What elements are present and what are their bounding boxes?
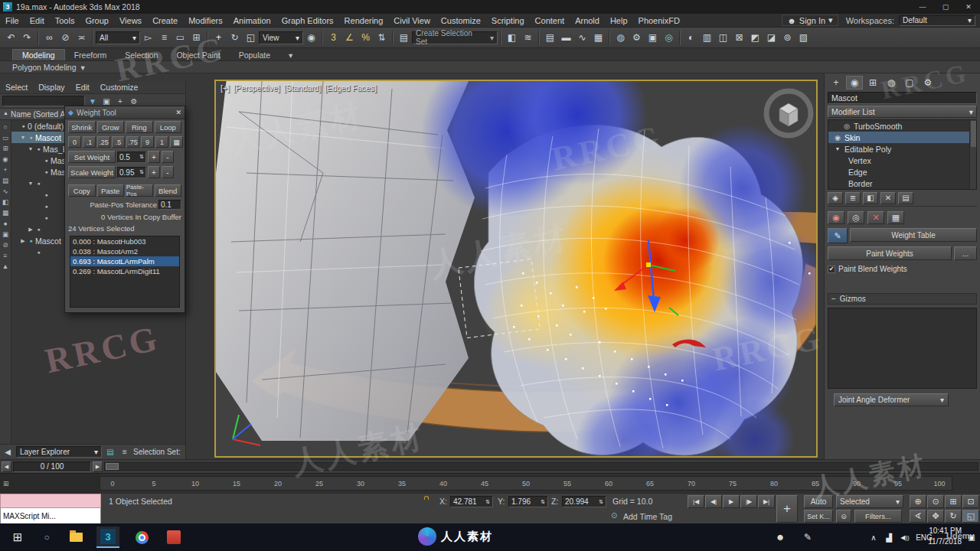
people-icon[interactable]: ☻ [769, 527, 792, 548]
volume-icon[interactable]: ◀)) [897, 527, 913, 548]
weight-09-button[interactable]: 9 [141, 136, 154, 148]
y-coordinate-field[interactable]: 1.796⇅ [508, 496, 548, 507]
menu-graph-editors[interactable]: Graph Editors [276, 16, 339, 25]
menu-phoenixfd[interactable]: PhoenixFD [633, 16, 685, 25]
taskbar-clock[interactable]: 10:41 PM 11/7/2018 [928, 526, 962, 547]
align-icon[interactable]: ≋ [520, 29, 536, 46]
weight-05-button[interactable]: .5 [112, 136, 125, 148]
panel-polygon-modeling[interactable]: Polygon Modeling [12, 63, 76, 72]
search-icon[interactable]: ○ [35, 527, 58, 548]
weight-1-button[interactable]: 1 [155, 136, 168, 148]
shrink-button[interactable]: Shrink [68, 121, 96, 133]
copy-button[interactable]: Copy [68, 184, 96, 197]
explorer-menu-display[interactable]: Display [33, 83, 70, 92]
selection-filter-dropdown[interactable]: All▾ [96, 31, 140, 44]
toolbar-icon[interactable]: ◩ [747, 29, 763, 46]
menu-content[interactable]: Content [530, 16, 570, 25]
menu-rendering[interactable]: Rendering [339, 16, 389, 25]
x-coordinate-field[interactable]: 42.781⇅ [450, 496, 493, 507]
subobject-row[interactable]: Edge [828, 166, 976, 178]
weight-table-button[interactable]: Weight Table [850, 228, 977, 242]
edit-named-sets-icon[interactable]: ▤ [396, 29, 412, 46]
weight-list-item[interactable]: 0.000 : MascotHub003 [70, 236, 179, 246]
sign-in-button[interactable]: ☻ Sign In ▾ [782, 15, 838, 26]
weight-tool-dialog[interactable]: ◆ Weight Tool ✕ Shrink Grow Ring Loop 0 … [64, 106, 185, 313]
spinner-snap-icon[interactable]: ⇅ [374, 29, 390, 46]
select-and-rotate-icon[interactable]: ↻ [227, 29, 243, 46]
zoom-extents-icon[interactable]: ⊞ [945, 495, 962, 508]
set-weight-spinner[interactable]: 0.5⇅ [117, 152, 146, 163]
ribbon-toggle-icon[interactable]: ▬ [558, 29, 574, 46]
stack-scrollbar[interactable] [969, 120, 976, 189]
spinner-icon[interactable]: ⇅ [139, 154, 144, 160]
snap-toggle-icon[interactable]: 3 [325, 29, 341, 46]
explorer-tool-icon[interactable]: ⊘ [1, 240, 11, 250]
hierarchy-tab-icon[interactable]: ⊞ [864, 76, 881, 90]
play-button[interactable]: ▶ [723, 495, 740, 508]
tab-object-paint[interactable]: Object Paint [167, 50, 229, 60]
explorer-tool-icon[interactable]: ◧ [1, 197, 11, 207]
paste-button[interactable]: Paste [97, 184, 125, 197]
maximize-button[interactable]: ▢ [934, 0, 957, 14]
time-slider-track[interactable] [104, 462, 978, 471]
3dsmax-taskbar-icon[interactable]: 3 [96, 527, 119, 548]
select-and-link-icon[interactable]: ∞ [41, 29, 57, 46]
tab-modeling[interactable]: Modeling [12, 49, 65, 60]
gizmo-type-dropdown[interactable]: Joint Angle Deformer ▾ [834, 393, 949, 406]
weight-0-button[interactable]: 0 [68, 136, 81, 148]
zoom-icon[interactable]: ⊕ [910, 495, 926, 508]
scale-plus-button[interactable]: + [148, 166, 160, 178]
redo-icon[interactable]: ↷ [19, 29, 35, 46]
tolerance-spinner[interactable]: 0.1 [158, 200, 181, 210]
add-key-button[interactable]: + [776, 495, 798, 523]
pen-icon[interactable]: ✎ [796, 527, 819, 548]
menu-group[interactable]: Group [80, 16, 114, 25]
select-and-scale-icon[interactable]: ◱ [243, 29, 259, 46]
rendered-frame-icon[interactable]: ▣ [645, 29, 661, 46]
minimize-button[interactable]: — [911, 0, 934, 14]
gizmos-list[interactable] [828, 308, 977, 389]
next-frame-button[interactable]: ▶ [93, 461, 103, 472]
set-weight-button[interactable]: Set Weight [68, 151, 116, 163]
window-crossing-icon[interactable]: ⊞ [188, 29, 204, 46]
paint-options-button[interactable]: ... [954, 246, 977, 260]
red-app-icon[interactable] [162, 527, 185, 548]
unlink-selection-icon[interactable]: ⊘ [57, 29, 74, 46]
explorer-menu-select[interactable]: Select [0, 83, 33, 92]
weight-plus-button[interactable]: + [148, 151, 160, 163]
mirror-mode-icon[interactable]: ◎ [848, 211, 864, 224]
explorer-tool-icon[interactable]: ○ [1, 122, 11, 132]
blend-button[interactable]: Blend [155, 184, 182, 197]
envelope-icon[interactable]: ◉ [828, 211, 844, 224]
next-frame-button[interactable]: |▶ [740, 495, 757, 508]
explorer-tool-icon[interactable]: ● [1, 218, 11, 229]
tab-freeform[interactable]: Freeform [65, 50, 116, 60]
menu-file[interactable]: File [0, 16, 24, 25]
weight-table-mini-icon[interactable]: ▦ [887, 211, 904, 224]
reference-coordinate-dropdown[interactable]: View▾ [259, 31, 303, 44]
key-filters-icon[interactable]: ⊝ [836, 510, 851, 523]
toolbar-icon[interactable]: ⊚ [779, 29, 795, 46]
maxscript-mini-listener[interactable]: MAXScript Mi... [0, 494, 101, 524]
schematic-view-icon[interactable]: ▦ [590, 29, 606, 46]
z-coordinate-field[interactable]: 20.994⇅ [562, 496, 606, 507]
layer-explorer-dropdown[interactable]: Layer Explorer ▾ [16, 446, 102, 458]
explorer-tool-icon[interactable]: ▤ [1, 175, 11, 186]
render-setup-icon[interactable]: ⚙ [629, 29, 645, 46]
viewport-pov-menu[interactable]: [Perspective] [234, 83, 280, 93]
time-slider-handle[interactable] [106, 463, 119, 470]
light-lister-icon[interactable]: ◐ [683, 29, 699, 46]
menu-civil-view[interactable]: Civil View [388, 16, 435, 25]
explorer-menu-edit[interactable]: Edit [70, 83, 95, 92]
prev-frame-button[interactable]: ◀ [2, 461, 11, 472]
zoom-all-icon[interactable]: ⊙ [927, 495, 944, 508]
toolbar-icon[interactable]: ◫ [715, 29, 731, 46]
make-unique-icon[interactable]: ◧ [863, 192, 878, 204]
modify-tab-icon[interactable]: ◉ [846, 76, 863, 90]
render-production-icon[interactable]: ◎ [661, 29, 677, 46]
scale-weight-button[interactable]: Scale Weight [68, 166, 116, 178]
chrome-icon[interactable] [130, 527, 153, 548]
bone-weight-list[interactable]: 0.000 : MascotHub003 0.038 : MascotArm2 … [70, 236, 180, 308]
remove-modifier-icon[interactable]: ✕ [880, 192, 896, 204]
previous-frame-button[interactable]: ◀| [705, 495, 722, 508]
